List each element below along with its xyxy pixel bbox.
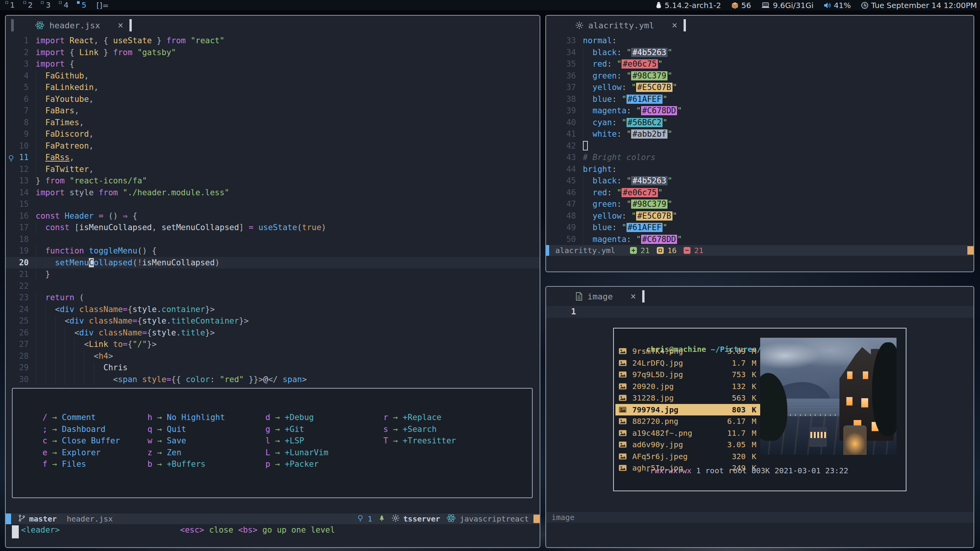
- workspace-5[interactable]: 5: [77, 0, 87, 10]
- indent-guide: [36, 152, 36, 164]
- tab-header-jsx[interactable]: header.jsx ×: [35, 20, 123, 31]
- code-line[interactable]: 6 FaYoutube,: [6, 93, 540, 105]
- code-line[interactable]: 27 <Link to={"/"}>: [6, 338, 540, 350]
- code-line[interactable]: 10 FaPatreon,: [6, 140, 540, 152]
- code-line[interactable]: 9 FaDiscord,: [6, 128, 540, 140]
- code-line[interactable]: 3import {: [6, 58, 540, 70]
- code-token: return: [45, 293, 74, 302]
- code-line[interactable]: 38 blue: "#61AFEF": [546, 93, 973, 105]
- code-token: [36, 95, 45, 104]
- code-line[interactable]: 25 <div className={style.titleContainer}…: [6, 315, 540, 327]
- scroll-progress[interactable]: [967, 246, 973, 255]
- line-number: 21: [6, 268, 29, 280]
- line-number: 13: [6, 175, 29, 187]
- code-token: =: [133, 316, 137, 325]
- code-line[interactable]: 1import React, { useState } from "react": [6, 35, 540, 47]
- volume-info[interactable]: 41%: [823, 1, 851, 10]
- indent-guide: [45, 304, 46, 316]
- code-token: import: [36, 36, 70, 45]
- code-line[interactable]: 40 cyan: "#56B6C2": [546, 117, 973, 129]
- tab-alacritty-yml[interactable]: alacritty.yml ×: [575, 20, 677, 31]
- line-number: 39: [546, 105, 576, 117]
- indent-guide: [65, 374, 65, 386]
- code-line[interactable]: 16const Header = () ⇒ {: [6, 210, 540, 222]
- code-line[interactable]: 23 return (: [6, 292, 540, 304]
- code-line[interactable]: 35 red: "#e06c75": [546, 58, 973, 70]
- lsp-name: tsserver: [403, 514, 440, 523]
- code-line[interactable]: 45 black: "#4b5263": [546, 175, 973, 187]
- code-line[interactable]: 5 FaLinkedin,: [6, 82, 540, 93]
- git-branch[interactable]: master: [18, 514, 57, 524]
- file-name: 20920.jpg: [632, 381, 674, 392]
- arrow-icon: →: [388, 425, 403, 434]
- code-token: ,: [79, 118, 84, 127]
- arrow-icon: →: [152, 436, 167, 445]
- left-cmdline[interactable]: <leader> <esc> close <bs> go up one leve…: [6, 524, 540, 547]
- layout-symbol[interactable]: []=: [97, 1, 109, 10]
- workspace-2[interactable]: 2: [23, 0, 33, 10]
- close-icon[interactable]: ×: [672, 20, 677, 31]
- code-token: {: [128, 340, 133, 349]
- code-line[interactable]: 34 black: "#4b5263": [546, 47, 973, 59]
- scroll-progress[interactable]: [533, 515, 540, 523]
- line-number: 3: [6, 58, 29, 70]
- code-line[interactable]: 8 FaTimes,: [6, 117, 540, 129]
- code-line[interactable]: 46 red: "#e06c75": [546, 187, 973, 199]
- code-line[interactable]: 17 const [isMenuCollapsed, setMenuCollap…: [6, 222, 540, 234]
- code-line[interactable]: 39 magenta: "#C678DD": [546, 105, 973, 117]
- workspace-3[interactable]: 3: [41, 0, 51, 10]
- code-line[interactable]: 2import { Link } from "gatsby": [6, 47, 540, 59]
- code-line[interactable]: 42: [546, 140, 973, 152]
- code-line[interactable]: 20 setMenuCollapsed(!isMenuCollapsed): [6, 257, 540, 269]
- code-line[interactable]: 28 <h4>: [6, 350, 540, 362]
- code-area[interactable]: 1: [546, 306, 973, 318]
- workspace-1[interactable]: 1: [5, 0, 15, 10]
- code-line[interactable]: 12 FaTwitter,: [6, 164, 540, 175]
- arrow-icon: →: [152, 448, 167, 457]
- code-line[interactable]: 13} from "react-icons/fa": [6, 175, 540, 187]
- color-chip: #C678DD: [641, 235, 677, 244]
- indent-guide: [74, 350, 75, 362]
- code-line[interactable]: 33normal:: [546, 35, 973, 47]
- workspace-4[interactable]: 4: [59, 0, 69, 10]
- code-line[interactable]: 21 }: [6, 268, 540, 280]
- code-line[interactable]: 30 <span style={{ color: "red" }}>@</ sp…: [6, 374, 540, 386]
- code-area[interactable]: 1import React, { useState } from "react"…: [6, 35, 540, 385]
- close-icon[interactable]: ×: [118, 20, 123, 31]
- code-line[interactable]: 37 yellow: "#E5C07B": [546, 82, 973, 93]
- code-line[interactable]: 48 yellow: "#E5C07B": [546, 210, 973, 222]
- code-line[interactable]: 19 function toggleMenu() {: [6, 245, 540, 257]
- line-number: 36: [546, 70, 576, 82]
- code-line[interactable]: 43# Bright colors: [546, 152, 973, 164]
- code-area[interactable]: 33normal:34 black: "#4b5263"35 red: "#e0…: [546, 35, 973, 245]
- code-line[interactable]: 50 magenta: "#C678DD": [546, 234, 973, 245]
- diagnostics[interactable]: 1: [357, 514, 372, 524]
- code-line[interactable]: 14import style from "./header.module.les…: [6, 187, 540, 199]
- whichkey-label: +LunarVim: [285, 448, 329, 457]
- code-token: ollapsed: [94, 258, 133, 267]
- code-line[interactable]: 26 <div className={style.title}>: [6, 327, 540, 339]
- line-number: 19: [6, 245, 29, 257]
- code-line[interactable]: 15: [6, 198, 540, 210]
- code-line[interactable]: 4 FaGithub,: [6, 70, 540, 82]
- code-line[interactable]: 41 white: "#abb2bf": [546, 128, 973, 140]
- close-icon[interactable]: ×: [630, 291, 636, 302]
- code-line[interactable]: 7 FaBars,: [6, 105, 540, 117]
- code-token: function: [45, 246, 89, 255]
- line-number: 25: [6, 315, 29, 327]
- code-line[interactable]: 29 Chris: [6, 362, 540, 374]
- whichkey-label: No Highlight: [167, 413, 225, 422]
- code-line[interactable]: 44bright:: [546, 164, 973, 175]
- line-number: 4: [6, 70, 29, 82]
- code-line[interactable]: 1: [546, 306, 973, 318]
- tab-image[interactable]: image ×: [575, 291, 636, 302]
- line-number: 28: [6, 350, 29, 362]
- code-line[interactable]: 18: [6, 234, 540, 245]
- code-line[interactable]: 22: [6, 280, 540, 292]
- code-line[interactable]: 49 blue: "#61AFEF": [546, 222, 973, 234]
- code-line[interactable]: 47 green: "#98C379": [546, 198, 973, 210]
- code-line[interactable]: 36 green: "#98C379": [546, 70, 973, 82]
- code-line[interactable]: 11 FaRss,: [6, 152, 540, 164]
- code-token: ": [663, 95, 668, 104]
- code-line[interactable]: 24 <div className={style.container}>: [6, 304, 540, 316]
